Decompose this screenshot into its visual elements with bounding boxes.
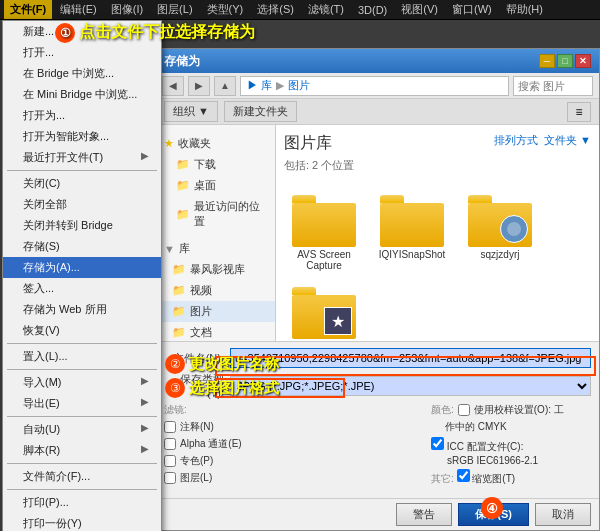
- menu-window[interactable]: 窗口(W): [446, 0, 498, 19]
- folder-avs-icon: [292, 195, 356, 247]
- folder-size-label[interactable]: 文件夹 ▼: [544, 133, 591, 148]
- menu-image[interactable]: 图像(I): [105, 0, 149, 19]
- maximize-button[interactable]: □: [557, 54, 573, 68]
- menu-revert[interactable]: 恢复(V): [3, 320, 161, 341]
- folder-avs[interactable]: AVS Screen Capture: [288, 195, 360, 271]
- sidebar-downloads-label: 下载: [194, 157, 216, 172]
- sidebar-recent[interactable]: 📁 最近访问的位置: [156, 196, 275, 232]
- thumbnail-checkbox[interactable]: [457, 469, 470, 482]
- sep-2: [7, 343, 157, 344]
- menu-save[interactable]: 存储(S): [3, 236, 161, 257]
- cancel-button[interactable]: 取消: [535, 503, 591, 526]
- layers-checkbox[interactable]: [164, 472, 176, 484]
- menu-file[interactable]: 文件(F): [4, 0, 52, 19]
- folder-iqiyi[interactable]: IQIYISnapShot: [376, 195, 448, 271]
- folder-sqzj[interactable]: sqzjzdyrj: [464, 195, 536, 271]
- menu-checkin[interactable]: 签入...: [3, 278, 161, 299]
- use-proof-checkbox[interactable]: [458, 404, 470, 416]
- menu-edit[interactable]: 编辑(E): [54, 0, 103, 19]
- use-proof-row: 颜色: 使用校样设置(O): 工: [431, 403, 591, 417]
- folder-iqiyi-icon: [380, 195, 444, 247]
- sidebar-favorites-header: ★ 收藏夹: [156, 133, 275, 154]
- alpha-check-row: Alpha 通道(E): [164, 437, 423, 451]
- sidebar-pictures[interactable]: 📁 图片: [156, 301, 275, 322]
- filetype-select[interactable]: JPEG (*.JPG;*.JPEG;*.JPE): [230, 376, 591, 396]
- new-folder-button[interactable]: 新建文件夹: [224, 101, 297, 122]
- sidebar-desktop-label: 桌面: [194, 178, 216, 193]
- menu-close[interactable]: 关闭(C): [3, 173, 161, 194]
- alpha-checkbox[interactable]: [164, 438, 176, 450]
- view-toggle-button[interactable]: ≡: [567, 102, 591, 122]
- menu-file-info[interactable]: 文件简介(F)...: [3, 466, 161, 487]
- sidebar-video[interactable]: 📁 视频: [156, 280, 275, 301]
- dialog-main: ★ 收藏夹 📁 下载 📁 桌面 📁 最近访问的位置 ▼ 库: [156, 125, 599, 341]
- menu-open[interactable]: 打开...: [3, 42, 161, 63]
- menu-3d[interactable]: 3D(D): [352, 2, 393, 18]
- icc-value: sRGB IEC61966-2.1: [431, 455, 591, 466]
- path-sep: ▶: [276, 79, 284, 92]
- spot-checkbox[interactable]: [164, 455, 176, 467]
- sidebar-documents[interactable]: 📁 文档: [156, 322, 275, 341]
- folder-sqzj-name: sqzjzdyrj: [481, 249, 520, 260]
- menu-browse-bridge[interactable]: 在 Bridge 中浏览...: [3, 63, 161, 84]
- search-input[interactable]: [513, 76, 593, 96]
- sidebar-storm-video[interactable]: 📁 暴风影视库: [156, 259, 275, 280]
- organize-button[interactable]: 组织 ▼: [164, 101, 218, 122]
- filename-input[interactable]: [230, 348, 591, 368]
- menu-save-as[interactable]: 存储为(A)...: [3, 257, 161, 278]
- dialog-title-bar: 存储为 ─ □ ✕: [156, 49, 599, 73]
- folder-sqzj-icon: [468, 195, 532, 247]
- menu-recent[interactable]: 最近打开文件(T) ▶: [3, 147, 161, 168]
- menu-place[interactable]: 置入(L)...: [3, 346, 161, 367]
- menu-print-one[interactable]: 打印一份(Y): [3, 513, 161, 531]
- file-icons-grid: AVS Screen Capture IQIYISnapShot: [284, 191, 591, 341]
- menu-layer[interactable]: 图层(L): [151, 0, 198, 19]
- annotation-check-row: 注释(N): [164, 420, 423, 434]
- menu-close-bridge[interactable]: 关闭并转到 Bridge: [3, 215, 161, 236]
- sort-label: 排列方式: [494, 133, 538, 148]
- menu-help[interactable]: 帮助(H): [500, 0, 549, 19]
- sidebar-downloads[interactable]: 📁 下载: [156, 154, 275, 175]
- path-pictures[interactable]: 图片: [288, 78, 310, 93]
- menu-print[interactable]: 打印(P)...: [3, 492, 161, 513]
- filename-label: 文件名(N):: [164, 351, 224, 366]
- menu-open-as[interactable]: 打开为...: [3, 105, 161, 126]
- menu-view[interactable]: 视图(V): [395, 0, 444, 19]
- menu-browse-mini-bridge[interactable]: 在 Mini Bridge 中浏览...: [3, 84, 161, 105]
- up-button[interactable]: ▲: [214, 76, 236, 96]
- menu-import[interactable]: 导入(M) ▶: [3, 372, 161, 393]
- annotation-checkbox[interactable]: [164, 421, 176, 433]
- icc-checkbox[interactable]: [431, 437, 444, 450]
- menu-export[interactable]: 导出(E) ▶: [3, 393, 161, 414]
- file-grid: 图片库 包括: 2 个位置 排列方式 文件夹 ▼: [276, 125, 599, 341]
- menu-filter[interactable]: 滤镜(T): [302, 0, 350, 19]
- icc-label: ICC 配置文件(C):: [431, 437, 591, 454]
- filetype-row: 保存类型(T): JPEG (*.JPG;*.JPEG;*.JPE): [164, 372, 591, 399]
- menu-close-all[interactable]: 关闭全部: [3, 194, 161, 215]
- folder-downloads-icon: 📁: [176, 158, 190, 171]
- menu-open-smart[interactable]: 打开为智能对象...: [3, 126, 161, 147]
- close-button[interactable]: ✕: [575, 54, 591, 68]
- menu-auto[interactable]: 自动(U) ▶: [3, 419, 161, 440]
- alpha-check-label: Alpha 通道(E): [180, 437, 242, 451]
- spot-check-label: 专色(P): [180, 454, 213, 468]
- layers-check-row: 图层(L): [164, 471, 423, 485]
- back-button[interactable]: ◀: [162, 76, 184, 96]
- minimize-button[interactable]: ─: [539, 54, 555, 68]
- folder-guangyu[interactable]: ★ 光遇: [288, 287, 360, 341]
- menu-script[interactable]: 脚本(R) ▶: [3, 440, 161, 461]
- menu-select[interactable]: 选择(S): [251, 0, 300, 19]
- forward-button[interactable]: ▶: [188, 76, 210, 96]
- sidebar-recent-label: 最近访问的位置: [194, 199, 267, 229]
- sidebar-desktop[interactable]: 📁 桌面: [156, 175, 275, 196]
- sidebar-library-header: ▼ 库: [156, 238, 275, 259]
- menu-save-web[interactable]: 存储为 Web 所用: [3, 299, 161, 320]
- menu-new[interactable]: 新建...: [3, 21, 161, 42]
- menu-type[interactable]: 类型(Y): [201, 0, 250, 19]
- other-label: 其它: 缩览图(T): [431, 469, 591, 486]
- save-button[interactable]: 保存(S): [458, 503, 529, 526]
- menu-bar: 文件(F) 编辑(E) 图像(I) 图层(L) 类型(Y) 选择(S) 滤镜(T…: [0, 0, 600, 20]
- color-label: 颜色:: [431, 403, 454, 417]
- warning-button[interactable]: 警告: [396, 503, 452, 526]
- path-library[interactable]: ▶ 库: [247, 78, 272, 93]
